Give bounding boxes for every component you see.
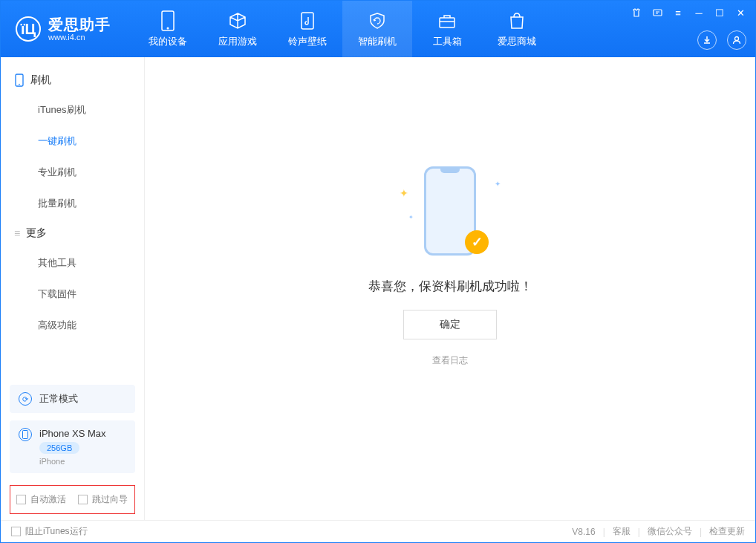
mode-icon: ⟳ <box>19 392 32 406</box>
menu-icon[interactable]: ≡ <box>669 5 687 20</box>
tab-smart-flash[interactable]: 智能刷机 <box>342 1 412 57</box>
download-button[interactable] <box>697 30 717 50</box>
mode-card[interactable]: ⟳ 正常模式 <box>10 385 135 413</box>
feedback-icon[interactable] <box>648 5 666 20</box>
shirt-icon[interactable] <box>628 5 645 20</box>
svg-point-1 <box>167 27 169 29</box>
success-illustration: ✦ ✦ ✦ ✓ <box>413 166 487 263</box>
device-icon <box>157 10 178 31</box>
close-button[interactable]: ✕ <box>731 5 749 20</box>
maximize-button[interactable]: ☐ <box>711 5 729 20</box>
sidebar-item-other-tools[interactable]: 其他工具 <box>1 247 144 279</box>
device-name: iPhone XS Max <box>39 428 106 439</box>
sidebar-item-advanced[interactable]: 高级功能 <box>1 310 144 341</box>
footer-wechat-link[interactable]: 微信公众号 <box>648 525 692 538</box>
list-icon: ≡ <box>14 227 20 239</box>
svg-rect-8 <box>23 431 28 439</box>
svg-rect-4 <box>654 10 662 16</box>
checkbox-block-itunes[interactable]: 阻止iTunes运行 <box>11 525 88 538</box>
sidebar-section-flash: 刷机 <box>1 66 144 94</box>
version-label: V8.16 <box>572 527 595 537</box>
footer-check-update-link[interactable]: 检查更新 <box>709 525 745 538</box>
cube-icon <box>227 10 248 31</box>
logo-area: ïЦ 爱思助手 www.i4.cn <box>1 16 126 42</box>
svg-point-7 <box>19 84 20 85</box>
tab-apps-games[interactable]: 应用游戏 <box>203 1 273 57</box>
sidebar-section-more: ≡ 更多 <box>1 219 144 247</box>
svg-rect-2 <box>302 13 313 29</box>
sidebar: 刷机 iTunes刷机 一键刷机 专业刷机 批量刷机 ≡ 更多 其他工具 下载固… <box>1 57 145 520</box>
check-icon: ✓ <box>465 230 489 254</box>
svg-point-5 <box>735 37 739 41</box>
sidebar-item-download-firmware[interactable]: 下载固件 <box>1 279 144 310</box>
main-content: ✦ ✦ ✦ ✓ 恭喜您，保资料刷机成功啦！ 确定 查看日志 <box>145 57 755 520</box>
user-button[interactable] <box>727 30 746 50</box>
sidebar-item-oneclick-flash[interactable]: 一键刷机 <box>1 126 144 157</box>
footer-service-link[interactable]: 客服 <box>613 525 630 538</box>
device-card[interactable]: iPhone XS Max 256GB iPhone <box>10 420 135 473</box>
header-right-buttons <box>697 30 746 50</box>
app-title: 爱思助手 <box>48 16 111 33</box>
title-bar: ïЦ 爱思助手 www.i4.cn 我的设备 应用游戏 铃声壁纸 智能刷机 工具… <box>1 1 755 57</box>
phone-icon <box>14 74 25 87</box>
tab-toolbox[interactable]: 工具箱 <box>412 1 482 57</box>
svg-rect-3 <box>440 18 454 27</box>
sidebar-item-pro-flash[interactable]: 专业刷机 <box>1 157 144 188</box>
main-tabs: 我的设备 应用游戏 铃声壁纸 智能刷机 工具箱 爱思商城 <box>133 1 552 57</box>
ok-button[interactable]: 确定 <box>403 310 497 339</box>
minimize-button[interactable]: ─ <box>690 5 708 20</box>
bag-icon <box>506 10 527 31</box>
highlighted-options: 自动激活 跳过向导 <box>10 485 135 514</box>
tab-ringtone-wallpaper[interactable]: 铃声壁纸 <box>273 1 342 57</box>
music-file-icon <box>297 10 318 31</box>
window-controls: ≡ ─ ☐ ✕ <box>628 5 749 20</box>
view-log-link[interactable]: 查看日志 <box>432 354 468 367</box>
sidebar-item-batch-flash[interactable]: 批量刷机 <box>1 188 144 219</box>
success-message: 恭喜您，保资料刷机成功啦！ <box>368 278 532 295</box>
toolbox-icon <box>437 10 457 31</box>
mode-label: 正常模式 <box>39 392 78 406</box>
checkbox-skip-guide[interactable]: 跳过向导 <box>78 493 128 506</box>
device-phone-icon <box>19 428 32 441</box>
device-type: iPhone <box>39 457 106 466</box>
sidebar-item-itunes-flash[interactable]: iTunes刷机 <box>1 94 144 126</box>
checkbox-auto-activate[interactable]: 自动激活 <box>16 493 66 506</box>
logo-icon: ïЦ <box>16 16 41 42</box>
device-storage: 256GB <box>39 442 79 454</box>
status-bar: 阻止iTunes运行 V8.16 | 客服 | 微信公众号 | 检查更新 <box>1 520 755 542</box>
refresh-shield-icon <box>367 10 388 31</box>
tab-store[interactable]: 爱思商城 <box>482 1 552 57</box>
app-subtitle: www.i4.cn <box>48 33 111 42</box>
tab-my-device[interactable]: 我的设备 <box>133 1 203 57</box>
